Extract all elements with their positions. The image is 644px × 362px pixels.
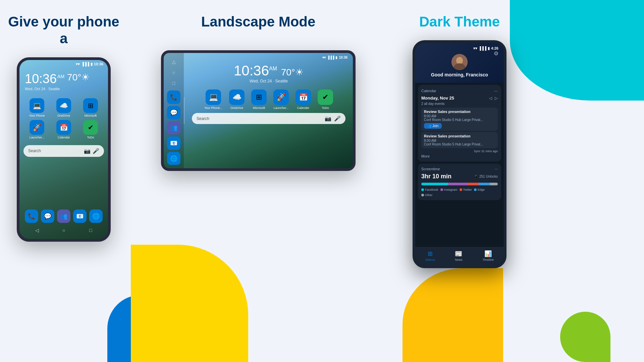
calendar-label: Calendar xyxy=(58,136,70,139)
landscape-camera-icon[interactable]: 📷 xyxy=(325,115,331,122)
news-label: News xyxy=(455,258,463,261)
list-item: ✔ ToDo xyxy=(78,120,103,139)
onedrive-icon[interactable]: ☁️ xyxy=(56,98,71,113)
settings-icon[interactable]: ⚙ xyxy=(494,50,498,57)
calendar-date-text: Monday, Nov 25 xyxy=(421,96,454,101)
join-button[interactable]: 👥 Join xyxy=(424,123,442,129)
dock-teams-icon[interactable]: 👥 xyxy=(57,209,70,223)
edge-dot xyxy=(474,188,477,191)
calendar-menu-icon[interactable]: ··· xyxy=(494,88,498,94)
microsoft-label: Microsoft xyxy=(85,114,97,117)
dock-phone-icon[interactable]: 📞 xyxy=(25,209,38,223)
your-phone-icon[interactable]: 💻 xyxy=(30,98,44,113)
back-button[interactable]: ◁ xyxy=(34,227,40,234)
landscape-onedrive-icon[interactable]: ☁️ xyxy=(229,89,245,105)
landscape-microsoft-label: Microsoft xyxy=(253,106,265,110)
landscape-calendar-icon[interactable]: 📅 xyxy=(296,89,311,105)
list-item: 📅 Calendar xyxy=(52,120,76,139)
list-item: ☁️ OneDrive xyxy=(52,98,76,117)
dock-outlook-icon[interactable]: 📧 xyxy=(73,209,87,223)
landscape-launcher-icon[interactable]: 🚀 xyxy=(273,89,289,105)
facebook-dot xyxy=(421,188,424,191)
landscape-search-text: Search xyxy=(197,116,209,121)
dark-signal-icon: ▐▐▐ xyxy=(479,46,486,51)
event-item-2: Review Sales presentation 8:00 AM Conf R… xyxy=(421,132,498,148)
calendar-icon[interactable]: 📅 xyxy=(56,120,71,135)
dark-header: ▾▾ ▐▐▐ ▮ 4:26 Good morning, Francisco xyxy=(415,43,504,83)
landscape-todo-icon[interactable]: ✔ xyxy=(318,89,333,105)
dark-battery-icon: ▮ xyxy=(488,46,490,51)
bg-green-shape xyxy=(560,312,610,362)
launcher-icon[interactable]: 🚀 xyxy=(30,120,44,135)
landscape-onedrive-label: OneDrive xyxy=(230,106,243,110)
mic-icon[interactable]: 🎤 xyxy=(93,148,99,154)
dock-messages-icon[interactable]: 💬 xyxy=(41,209,54,223)
landscape-search-bar[interactable]: Search 📷 🎤 xyxy=(192,113,345,124)
nav-timeline[interactable]: 📊 Timeline xyxy=(482,250,494,261)
todo-label: ToDo xyxy=(87,136,94,139)
landscape-launcher-label: Launcher... xyxy=(274,106,289,110)
triangle-nav-icon[interactable]: △ xyxy=(172,59,176,64)
other-segment xyxy=(490,183,498,185)
section-landscape: Landscape Mode △ ○ □ 📞 💬 👥 📧 🌐 ▾▾ xyxy=(127,0,389,362)
app-grid-vertical: 💻 Your Phone ☁️ OneDrive ⊞ Microsoft 🚀 L… xyxy=(19,94,108,143)
screentime-duration: 3hr 10 min xyxy=(421,173,451,180)
legend-other: Other xyxy=(421,193,433,197)
landscape-your-phone-icon[interactable]: 💻 xyxy=(206,89,221,105)
calendar-nav: ◁ ▷ xyxy=(489,96,498,101)
section-title-landscape: Landscape Mode xyxy=(201,13,316,30)
home-button[interactable]: ○ xyxy=(60,227,67,234)
sync-info: Sync 31 mins ago xyxy=(421,149,498,153)
sidebar-outlook-icon[interactable]: 📧 xyxy=(167,136,180,150)
battery-icon: ▮ xyxy=(91,62,93,66)
screentime-legend: Facebook Instagram Twitter Edge xyxy=(421,188,498,197)
search-bar-vertical[interactable]: Search 📷 🎤 xyxy=(23,145,104,157)
cal-next-icon[interactable]: ▷ xyxy=(495,96,498,101)
dark-bottom-nav: ⊞ Glance 📰 News 📊 Timeline xyxy=(415,247,504,265)
glance-icon: ⊞ xyxy=(428,250,433,257)
sidebar-messages-icon[interactable]: 💬 xyxy=(167,106,180,119)
time-status: 10:36 xyxy=(94,62,103,66)
other-dot xyxy=(421,194,424,196)
more-link[interactable]: More xyxy=(421,154,498,158)
landscape-todo-label: ToDo xyxy=(322,106,329,110)
legend-edge: Edge xyxy=(474,188,485,191)
list-item: ⊞ Microsoft xyxy=(78,98,103,117)
dock-edge-icon[interactable]: 🌐 xyxy=(89,209,103,223)
wifi-icon: ▾▾ xyxy=(76,62,80,66)
nav-glance[interactable]: ⊞ Glance xyxy=(425,250,435,261)
landscape-microsoft-icon[interactable]: ⊞ xyxy=(251,89,267,105)
timeline-icon: 📊 xyxy=(484,250,492,257)
event-location-2: Conf Room Studio 5 Hub Large Privat... xyxy=(424,142,495,146)
sidebar-teams-icon[interactable]: 👥 xyxy=(167,121,180,135)
nav-news[interactable]: 📰 News xyxy=(455,250,463,261)
recents-button[interactable]: □ xyxy=(87,227,94,234)
facebook-label: Facebook xyxy=(425,188,438,191)
screentime-card-header: Screentime ··· xyxy=(421,167,498,171)
sidebar-phone-icon[interactable]: 📞 xyxy=(167,90,180,104)
event-title-2: Review Sales presentation xyxy=(424,134,495,138)
calendar-date-row: Monday, Nov 25 ◁ ▷ xyxy=(421,96,498,101)
cal-prev-icon[interactable]: ◁ xyxy=(489,96,492,101)
landscape-weather-widget: 10:36AM 70°☀ Wed, Oct 24 · Seattle xyxy=(189,60,349,86)
sidebar-edge-icon[interactable]: 🌐 xyxy=(167,152,180,165)
twitter-dot xyxy=(460,188,462,191)
screentime-menu-icon[interactable]: ··· xyxy=(495,167,498,171)
landscape-mic-icon[interactable]: 🎤 xyxy=(334,115,341,122)
facebook-segment xyxy=(421,183,448,185)
time-am: AM xyxy=(57,74,64,79)
dark-screen: ▾▾ ▐▐▐ ▮ 4:26 Good morning, Francisco xyxy=(415,43,504,265)
circle-nav-icon[interactable]: ○ xyxy=(172,70,175,75)
landscape-calendar-label: Calender xyxy=(297,106,310,110)
phone-dock: 📞 💬 👥 📧 🌐 ◁ ○ □ xyxy=(19,207,108,239)
square-nav-icon[interactable]: □ xyxy=(172,80,175,86)
microsoft-icon[interactable]: ⊞ xyxy=(83,98,98,113)
todo-icon[interactable]: ✔ xyxy=(83,120,98,135)
list-item: 🚀 Launcher... xyxy=(25,120,49,139)
instagram-label: Instagram xyxy=(444,188,458,191)
bg-teal-shape xyxy=(510,0,644,101)
camera-icon[interactable]: 📷 xyxy=(84,148,91,154)
landscape-sidebar: △ ○ □ 📞 💬 👥 📧 🌐 xyxy=(164,53,184,168)
search-text-vertical: Search xyxy=(28,148,41,153)
weather-info: Wed, Oct 24 · Seattle xyxy=(25,87,103,91)
